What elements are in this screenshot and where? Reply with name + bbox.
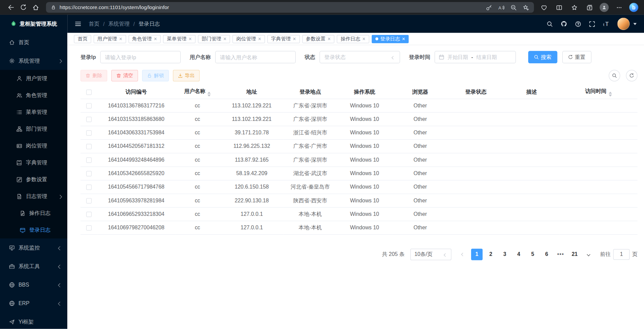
page-button-3[interactable]: 3 bbox=[499, 249, 510, 260]
github-button[interactable] bbox=[561, 21, 567, 27]
sort-caret[interactable] bbox=[208, 92, 211, 97]
sidebar-item-yi-framework[interactable]: Yi框架 bbox=[0, 312, 67, 329]
table-row[interactable]: 1641044520567181312 cc 112.96.225.132 广东… bbox=[80, 139, 637, 153]
prev-page-button[interactable] bbox=[457, 249, 469, 260]
row-checkbox[interactable] bbox=[86, 171, 92, 176]
sidebar-item-home[interactable]: 首页 bbox=[0, 33, 67, 52]
user-avatar[interactable] bbox=[617, 18, 630, 30]
goto-page-input[interactable] bbox=[613, 249, 630, 260]
select-all-checkbox[interactable] bbox=[86, 90, 92, 95]
tab-home[interactable]: 首页 bbox=[74, 35, 91, 43]
tab-user-management[interactable]: 用户管理× bbox=[94, 35, 126, 43]
add-favorite-star-icon[interactable] bbox=[523, 4, 529, 10]
tab-dept-management[interactable]: 部门管理× bbox=[198, 35, 230, 43]
tab-close-icon[interactable]: × bbox=[293, 36, 296, 41]
table-row[interactable]: 1641054566717984768 cc 120.6.150.158 河北省… bbox=[80, 180, 637, 194]
col-visit-time[interactable]: 访问时间 bbox=[560, 86, 638, 99]
status-select[interactable]: 登录状态 bbox=[319, 51, 400, 63]
refresh-table-button[interactable] bbox=[626, 70, 637, 81]
page-button-6[interactable]: 6 bbox=[541, 249, 552, 260]
user-name-input[interactable] bbox=[215, 51, 295, 63]
page-button-1[interactable]: 1 bbox=[471, 249, 482, 260]
row-checkbox[interactable] bbox=[86, 144, 92, 149]
table-row[interactable]: 1641044993248464896 cc 113.87.92.165 广东省… bbox=[80, 153, 637, 166]
tab-param-settings[interactable]: 参数设置× bbox=[302, 35, 334, 43]
row-checkbox[interactable] bbox=[86, 212, 92, 217]
page-button-5[interactable]: 5 bbox=[527, 249, 538, 260]
tab-close-icon[interactable]: × bbox=[328, 36, 331, 41]
browser-home-button[interactable] bbox=[30, 2, 42, 13]
browser-profile-avatar[interactable] bbox=[600, 3, 609, 12]
sidebar-item-system-management[interactable]: 系统管理 bbox=[0, 52, 67, 70]
browser-refresh-button[interactable] bbox=[17, 2, 30, 13]
sidebar-item-user-management[interactable]: 用户管理 bbox=[0, 70, 67, 87]
tab-close-icon[interactable]: × bbox=[258, 36, 261, 41]
browser-essentials-button[interactable] bbox=[539, 2, 549, 13]
page-button-last[interactable]: 21 bbox=[569, 249, 580, 260]
page-button-4[interactable]: 4 bbox=[513, 249, 525, 260]
page-button-2[interactable]: 2 bbox=[485, 249, 497, 260]
sort-caret[interactable] bbox=[609, 92, 612, 97]
tab-operation-log[interactable]: 操作日志× bbox=[337, 35, 369, 43]
date-range-picker[interactable]: 开始日期 - 结束日期 bbox=[434, 51, 516, 63]
export-button[interactable]: 导出 bbox=[173, 70, 200, 81]
sidebar-item-role-management[interactable]: 角色管理 bbox=[0, 87, 67, 104]
tab-close-icon[interactable]: × bbox=[189, 36, 192, 41]
header-search-button[interactable] bbox=[547, 21, 553, 27]
show-search-toggle-button[interactable] bbox=[609, 70, 620, 81]
browser-settings-menu-button[interactable] bbox=[614, 2, 624, 13]
favorites-button[interactable] bbox=[569, 2, 579, 13]
breadcrumb-item[interactable]: 首页 bbox=[89, 20, 100, 28]
tab-close-icon[interactable]: × bbox=[402, 36, 405, 41]
row-checkbox[interactable] bbox=[86, 103, 92, 108]
row-checkbox[interactable] bbox=[86, 225, 92, 231]
browser-address-bar[interactable]: https://ccnetcore.com:1101/system/log/lo… bbox=[46, 2, 534, 13]
pagination-ellipsis[interactable]: ••• bbox=[555, 251, 566, 257]
delete-button[interactable]: 删除 bbox=[80, 70, 107, 81]
sidebar-item-system-monitor[interactable]: 系统监控 bbox=[0, 238, 67, 257]
read-aloud-icon[interactable]: A bbox=[498, 4, 504, 10]
table-row[interactable]: 1641043063331753984 cc 39.171.210.78 浙江省… bbox=[80, 126, 637, 139]
table-row[interactable]: 1641031367863177216 cc 113.102.129.221 广… bbox=[80, 99, 637, 112]
col-user-name[interactable]: 用户名称 bbox=[175, 86, 220, 99]
next-page-button[interactable] bbox=[583, 249, 594, 260]
table-row[interactable]: 1641031533185863680 cc 113.102.129.221 广… bbox=[80, 112, 637, 126]
tab-close-icon[interactable]: × bbox=[362, 36, 365, 41]
password-key-icon[interactable] bbox=[486, 4, 492, 10]
collapse-sidebar-button[interactable] bbox=[75, 21, 81, 27]
tab-post-management[interactable]: 岗位管理× bbox=[232, 35, 265, 43]
row-checkbox[interactable] bbox=[86, 130, 92, 136]
split-screen-button[interactable] bbox=[554, 2, 564, 13]
sidebar-item-erp[interactable]: ERP bbox=[0, 294, 67, 312]
breadcrumb-item[interactable]: 系统管理 bbox=[108, 20, 130, 28]
unlock-button[interactable]: 解锁 bbox=[142, 70, 169, 81]
zoom-out-icon[interactable] bbox=[510, 4, 516, 10]
tab-close-icon[interactable]: × bbox=[154, 36, 157, 41]
row-checkbox[interactable] bbox=[86, 198, 92, 203]
sidebar-item-menu-management[interactable]: 菜单管理 bbox=[0, 104, 67, 121]
tab-dict-management[interactable]: 字典管理× bbox=[267, 35, 300, 43]
sidebar-item-system-tools[interactable]: 系统工具 bbox=[0, 257, 67, 275]
copilot-bing-button[interactable]: b bbox=[629, 3, 638, 12]
collections-button[interactable] bbox=[584, 2, 594, 13]
browser-back-button[interactable] bbox=[5, 2, 17, 13]
tab-role-management[interactable]: 角色管理× bbox=[129, 35, 161, 43]
font-size-button[interactable]: tT bbox=[603, 21, 610, 27]
tab-menu-management[interactable]: 菜单管理× bbox=[163, 35, 195, 43]
row-checkbox[interactable] bbox=[86, 185, 92, 190]
sidebar-item-operation-log[interactable]: 操作日志 bbox=[0, 205, 67, 222]
table-row[interactable]: 1641069798270046208 cc 127.0.0.1 本地-本机 W… bbox=[80, 221, 637, 234]
fullscreen-button[interactable] bbox=[589, 21, 595, 27]
table-row[interactable]: 1641069652933218304 cc 127.0.0.1 本地-本机 W… bbox=[80, 207, 637, 221]
sidebar-item-log-management[interactable]: 日志管理 bbox=[0, 188, 67, 205]
sidebar-item-bbs[interactable]: BBS bbox=[0, 275, 67, 294]
search-button[interactable]: 搜索 bbox=[528, 51, 557, 63]
sidebar-item-post-management[interactable]: 岗位管理 bbox=[0, 137, 67, 154]
clear-button[interactable]: 清空 bbox=[111, 70, 138, 81]
table-row[interactable]: 1641059633978281984 cc 222.90.130.18 陕西省… bbox=[80, 194, 637, 207]
sidebar-item-dict-management[interactable]: 字典管理 bbox=[0, 154, 67, 171]
row-checkbox[interactable] bbox=[86, 117, 92, 122]
tab-close-icon[interactable]: × bbox=[223, 36, 226, 41]
row-checkbox[interactable] bbox=[86, 158, 92, 163]
sidebar-item-dept-management[interactable]: 部门管理 bbox=[0, 121, 67, 137]
